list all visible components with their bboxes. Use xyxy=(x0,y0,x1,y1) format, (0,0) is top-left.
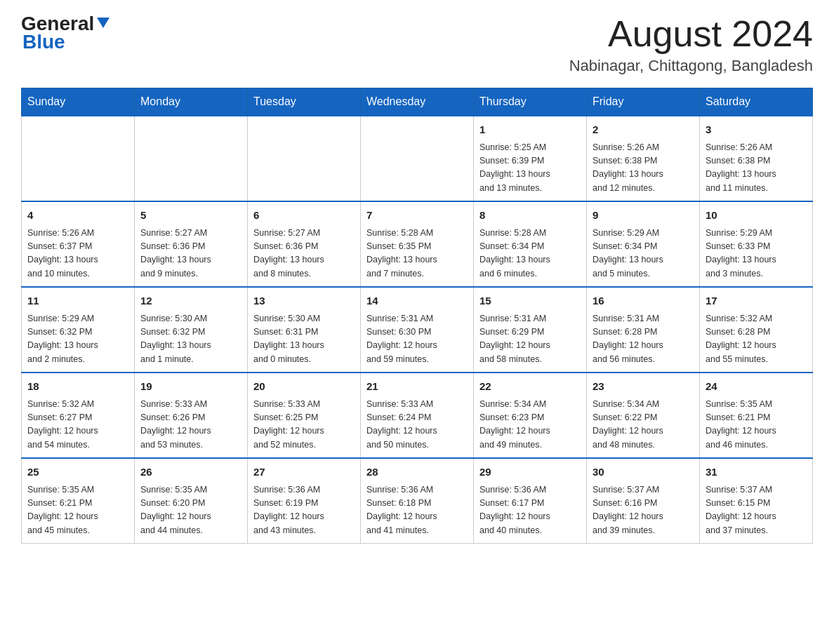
day-info: Sunrise: 5:31 AMSunset: 6:29 PMDaylight:… xyxy=(479,312,581,367)
day-number: 15 xyxy=(479,293,581,309)
week-row-4: 18Sunrise: 5:32 AMSunset: 6:27 PMDayligh… xyxy=(22,373,813,458)
calendar-header-row: Sunday Monday Tuesday Wednesday Thursday… xyxy=(22,88,813,116)
week-row-5: 25Sunrise: 5:35 AMSunset: 6:21 PMDayligh… xyxy=(22,458,813,544)
page-header: General Blue August 2024 Nabinagar, Chit… xyxy=(21,14,813,75)
day-info: Sunrise: 5:27 AMSunset: 6:36 PMDaylight:… xyxy=(253,227,355,281)
day-number: 16 xyxy=(593,293,694,309)
day-number: 5 xyxy=(140,208,241,224)
day-number: 3 xyxy=(706,122,807,138)
calendar-cell: 14Sunrise: 5:31 AMSunset: 6:30 PMDayligh… xyxy=(361,287,474,373)
day-info: Sunrise: 5:32 AMSunset: 6:28 PMDaylight:… xyxy=(706,312,807,367)
day-info: Sunrise: 5:37 AMSunset: 6:15 PMDaylight:… xyxy=(706,483,807,538)
day-number: 30 xyxy=(593,464,694,481)
calendar-cell: 26Sunrise: 5:35 AMSunset: 6:20 PMDayligh… xyxy=(135,458,248,544)
day-number: 4 xyxy=(27,208,128,224)
day-info: Sunrise: 5:34 AMSunset: 6:23 PMDaylight:… xyxy=(479,398,581,452)
day-info: Sunrise: 5:31 AMSunset: 6:28 PMDaylight:… xyxy=(593,312,694,367)
day-number: 21 xyxy=(366,379,468,395)
calendar-cell: 6Sunrise: 5:27 AMSunset: 6:36 PMDaylight… xyxy=(248,201,361,287)
day-number: 11 xyxy=(27,293,128,309)
day-number: 7 xyxy=(366,208,468,224)
calendar-cell: 18Sunrise: 5:32 AMSunset: 6:27 PMDayligh… xyxy=(22,373,135,458)
day-info: Sunrise: 5:35 AMSunset: 6:21 PMDaylight:… xyxy=(27,483,128,538)
calendar-cell: 7Sunrise: 5:28 AMSunset: 6:35 PMDaylight… xyxy=(361,201,474,287)
day-number: 10 xyxy=(706,208,807,224)
month-title: August 2024 xyxy=(569,14,813,54)
day-number: 29 xyxy=(479,464,581,481)
calendar-cell: 20Sunrise: 5:33 AMSunset: 6:25 PMDayligh… xyxy=(248,373,361,458)
calendar-cell: 24Sunrise: 5:35 AMSunset: 6:21 PMDayligh… xyxy=(700,373,813,458)
day-info: Sunrise: 5:36 AMSunset: 6:18 PMDaylight:… xyxy=(366,483,468,538)
location-title: Nabinagar, Chittagong, Bangladesh xyxy=(569,57,813,75)
day-number: 17 xyxy=(706,293,807,309)
calendar-cell: 31Sunrise: 5:37 AMSunset: 6:15 PMDayligh… xyxy=(700,458,813,544)
title-area: August 2024 Nabinagar, Chittagong, Bangl… xyxy=(569,14,813,75)
day-info: Sunrise: 5:26 AMSunset: 6:37 PMDaylight:… xyxy=(27,227,128,281)
calendar-cell: 30Sunrise: 5:37 AMSunset: 6:16 PMDayligh… xyxy=(587,458,700,544)
calendar-cell: 25Sunrise: 5:35 AMSunset: 6:21 PMDayligh… xyxy=(22,458,135,544)
day-info: Sunrise: 5:35 AMSunset: 6:21 PMDaylight:… xyxy=(706,398,807,452)
day-number: 22 xyxy=(479,379,581,395)
day-info: Sunrise: 5:28 AMSunset: 6:35 PMDaylight:… xyxy=(366,227,468,281)
day-info: Sunrise: 5:32 AMSunset: 6:27 PMDaylight:… xyxy=(27,398,128,452)
day-info: Sunrise: 5:30 AMSunset: 6:31 PMDaylight:… xyxy=(253,312,355,367)
day-info: Sunrise: 5:26 AMSunset: 6:38 PMDaylight:… xyxy=(593,141,694,196)
day-info: Sunrise: 5:29 AMSunset: 6:32 PMDaylight:… xyxy=(27,312,128,367)
day-info: Sunrise: 5:33 AMSunset: 6:25 PMDaylight:… xyxy=(253,398,355,452)
header-wednesday: Wednesday xyxy=(361,88,474,116)
week-row-1: 1Sunrise: 5:25 AMSunset: 6:39 PMDaylight… xyxy=(22,116,813,201)
calendar-cell: 9Sunrise: 5:29 AMSunset: 6:34 PMDaylight… xyxy=(587,201,700,287)
day-number: 18 xyxy=(27,379,128,395)
calendar-cell: 22Sunrise: 5:34 AMSunset: 6:23 PMDayligh… xyxy=(474,373,587,458)
calendar-cell xyxy=(22,116,135,201)
day-number: 26 xyxy=(140,464,241,481)
calendar-cell: 23Sunrise: 5:34 AMSunset: 6:22 PMDayligh… xyxy=(587,373,700,458)
calendar-cell: 8Sunrise: 5:28 AMSunset: 6:34 PMDaylight… xyxy=(474,201,587,287)
header-tuesday: Tuesday xyxy=(248,88,361,116)
day-info: Sunrise: 5:30 AMSunset: 6:32 PMDaylight:… xyxy=(140,312,241,367)
header-sunday: Sunday xyxy=(22,88,135,116)
calendar-table: Sunday Monday Tuesday Wednesday Thursday… xyxy=(21,88,813,544)
week-row-3: 11Sunrise: 5:29 AMSunset: 6:32 PMDayligh… xyxy=(22,287,813,373)
day-number: 14 xyxy=(366,293,468,309)
day-info: Sunrise: 5:36 AMSunset: 6:17 PMDaylight:… xyxy=(479,483,581,538)
day-number: 19 xyxy=(140,379,241,395)
calendar-cell: 27Sunrise: 5:36 AMSunset: 6:19 PMDayligh… xyxy=(248,458,361,544)
calendar-cell: 17Sunrise: 5:32 AMSunset: 6:28 PMDayligh… xyxy=(700,287,813,373)
calendar-cell: 1Sunrise: 5:25 AMSunset: 6:39 PMDaylight… xyxy=(474,116,587,201)
calendar-cell: 29Sunrise: 5:36 AMSunset: 6:17 PMDayligh… xyxy=(474,458,587,544)
day-info: Sunrise: 5:33 AMSunset: 6:24 PMDaylight:… xyxy=(366,398,468,452)
day-number: 31 xyxy=(706,464,807,481)
day-info: Sunrise: 5:29 AMSunset: 6:34 PMDaylight:… xyxy=(593,227,694,281)
day-number: 27 xyxy=(253,464,355,481)
day-info: Sunrise: 5:26 AMSunset: 6:38 PMDaylight:… xyxy=(706,141,807,196)
day-info: Sunrise: 5:25 AMSunset: 6:39 PMDaylight:… xyxy=(479,141,581,196)
logo: General Blue xyxy=(21,14,110,52)
day-number: 25 xyxy=(27,464,128,481)
calendar-cell: 12Sunrise: 5:30 AMSunset: 6:32 PMDayligh… xyxy=(135,287,248,373)
day-number: 24 xyxy=(706,379,807,395)
calendar-cell xyxy=(361,116,474,201)
calendar-cell: 28Sunrise: 5:36 AMSunset: 6:18 PMDayligh… xyxy=(361,458,474,544)
day-info: Sunrise: 5:37 AMSunset: 6:16 PMDaylight:… xyxy=(593,483,694,538)
header-friday: Friday xyxy=(587,88,700,116)
calendar-cell: 21Sunrise: 5:33 AMSunset: 6:24 PMDayligh… xyxy=(361,373,474,458)
day-info: Sunrise: 5:29 AMSunset: 6:33 PMDaylight:… xyxy=(706,227,807,281)
day-number: 9 xyxy=(593,208,694,224)
day-info: Sunrise: 5:34 AMSunset: 6:22 PMDaylight:… xyxy=(593,398,694,452)
day-number: 6 xyxy=(253,208,355,224)
calendar-cell xyxy=(248,116,361,201)
logo-triangle-icon xyxy=(97,18,110,28)
logo-text-blue: Blue xyxy=(22,31,65,53)
calendar-cell: 13Sunrise: 5:30 AMSunset: 6:31 PMDayligh… xyxy=(248,287,361,373)
calendar-cell: 4Sunrise: 5:26 AMSunset: 6:37 PMDaylight… xyxy=(22,201,135,287)
header-saturday: Saturday xyxy=(700,88,813,116)
header-thursday: Thursday xyxy=(474,88,587,116)
day-number: 8 xyxy=(479,208,581,224)
calendar-cell: 19Sunrise: 5:33 AMSunset: 6:26 PMDayligh… xyxy=(135,373,248,458)
calendar-cell: 2Sunrise: 5:26 AMSunset: 6:38 PMDaylight… xyxy=(587,116,700,201)
day-info: Sunrise: 5:35 AMSunset: 6:20 PMDaylight:… xyxy=(140,483,241,538)
calendar-cell: 16Sunrise: 5:31 AMSunset: 6:28 PMDayligh… xyxy=(587,287,700,373)
day-number: 12 xyxy=(140,293,241,309)
week-row-2: 4Sunrise: 5:26 AMSunset: 6:37 PMDaylight… xyxy=(22,201,813,287)
